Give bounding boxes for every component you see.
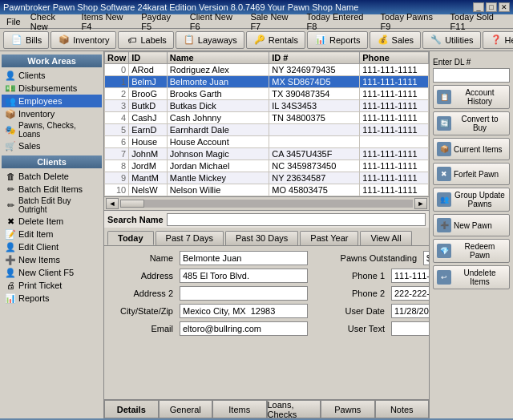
menu-today-pawns[interactable]: Today Pawns F9 xyxy=(376,11,446,32)
tab-past-year[interactable]: Past Year xyxy=(300,231,358,245)
sidebar-item-print-ticket[interactable]: 🖨 Print Ticket xyxy=(2,279,102,292)
sidebar-item-reports[interactable]: 📊 Reports xyxy=(2,292,102,305)
name-label: Name xyxy=(109,253,173,263)
table-row[interactable]: 5 EarnD Earnhardt Dale 111-111-1111 xyxy=(105,124,429,136)
account-history-button[interactable]: 📋 Account History xyxy=(433,85,510,109)
sidebar-item-sales[interactable]: 🛒 Sales xyxy=(2,139,102,152)
table-scroll[interactable]: Row ID Name ID # Phone 0 ARod Rodriguez … xyxy=(104,51,429,196)
utilities-button[interactable]: 🔧 Utilities xyxy=(422,31,480,49)
user-text-input[interactable] xyxy=(391,321,429,336)
cell-phone: 111-111-1111 xyxy=(360,184,429,196)
email-input[interactable] xyxy=(180,321,308,336)
menu-check-new[interactable]: Check New xyxy=(26,11,77,32)
cell-name: Rodriguez Alex xyxy=(167,64,269,76)
bottom-tab-details[interactable]: Details xyxy=(104,400,159,418)
name-input[interactable] xyxy=(180,251,308,265)
sidebar-item-edit-client[interactable]: 👤 Edit Client xyxy=(2,240,102,253)
sidebar-item-batch-edit-buy[interactable]: ✏ Batch Edit Buy Outright xyxy=(2,196,102,215)
scroll-left-btn[interactable]: ◄ xyxy=(106,198,119,209)
sidebar-item-delete-item[interactable]: ✖ Delete Item xyxy=(2,215,102,228)
layaways-button[interactable]: 📋 Layaways xyxy=(176,31,244,49)
table-row[interactable]: 2 BrooG Brooks Garth TX 390487354 111-11… xyxy=(105,88,429,100)
edit-item-icon: 📝 xyxy=(5,228,16,240)
sales-button[interactable]: 💰 Sales xyxy=(370,31,422,49)
cell-idnum: NC 3459873450 xyxy=(269,160,360,172)
scroll-track[interactable] xyxy=(120,200,413,208)
rentals-button[interactable]: 🔑 Rentals xyxy=(246,31,305,49)
bottom-tab-pawns[interactable]: Pawns xyxy=(321,400,375,418)
table-row[interactable]: 7 JohnM Johnson Magic CA 3457U435F 111-1… xyxy=(105,148,429,160)
cell-row-num: 9 xyxy=(105,172,129,184)
redeem-pawn-button[interactable]: 💎 Redeem Pawn xyxy=(433,239,510,263)
tab-today[interactable]: Today xyxy=(107,231,154,245)
reports-button[interactable]: 📊 Reports xyxy=(307,31,368,49)
labels-button[interactable]: 🏷 Labels xyxy=(118,31,173,49)
edit-client-icon: 👤 xyxy=(5,241,16,252)
table-row[interactable]: 6 House House Account xyxy=(105,136,429,148)
table-row[interactable]: 8 JordM Jordan Michael NC 3459873450 111… xyxy=(105,160,429,172)
forfeit-pawn-button[interactable]: ✖ Forfeit Pawn xyxy=(433,163,510,185)
search-bar: Search Name xyxy=(104,210,429,228)
undelete-items-button[interactable]: ↩ Undelete Items xyxy=(433,265,510,289)
table-row[interactable]: 3 ButkD Butkas Dick IL 34S3453 111-111-1… xyxy=(105,100,429,112)
pawns-outstanding-input[interactable] xyxy=(423,251,429,265)
sidebar-item-batch-delete[interactable]: 🗑 Batch Delete xyxy=(2,170,102,183)
cell-idnum: MX SD8674D5 xyxy=(269,76,360,88)
inventory-button[interactable]: 📦 Inventory xyxy=(50,31,116,49)
cell-id: NelsW xyxy=(129,184,168,196)
new-pawn-button[interactable]: ➕ New Pawn xyxy=(433,214,510,236)
user-text-row: User Text xyxy=(321,321,429,336)
sidebar-item-batch-edit-items[interactable]: ✏ Batch Edit Items xyxy=(2,183,102,196)
sidebar-item-disbursements[interactable]: 💵 Disbursements xyxy=(2,82,102,95)
bills-button[interactable]: 📄 Bills xyxy=(3,31,49,49)
help-button[interactable]: ❓ Help xyxy=(483,31,513,49)
inventory-icon: 📦 xyxy=(58,34,71,46)
phone2-input[interactable] xyxy=(391,286,429,301)
current-items-button[interactable]: 📦 Current Items xyxy=(433,138,510,160)
menu-today-sold[interactable]: Today Sold F11 xyxy=(446,11,511,32)
sidebar-item-clients[interactable]: 👤 Clients xyxy=(2,69,102,82)
table-row[interactable]: 0 ARod Rodriguez Alex NY 3246979435 111-… xyxy=(105,64,429,76)
table-row[interactable]: 4 CashJ Cash Johnny TN 34800375 111-111-… xyxy=(105,112,429,124)
cell-phone: 111-111-1111 xyxy=(360,172,429,184)
sidebar-item-pawns[interactable]: 🎭 Pawns, Checks, Loans xyxy=(2,120,102,139)
menu-items-new[interactable]: Items New F4 xyxy=(77,11,137,32)
dl-input[interactable] xyxy=(433,68,510,83)
tab-view-all[interactable]: View All xyxy=(360,231,411,245)
menu-today-entered[interactable]: Today Entered F8 xyxy=(301,11,375,32)
address-input[interactable] xyxy=(180,269,308,283)
tab-past30[interactable]: Past 30 Days xyxy=(225,231,298,245)
city-input[interactable] xyxy=(180,304,308,318)
scroll-right-btn[interactable]: ► xyxy=(414,198,427,209)
bottom-tab-general[interactable]: General xyxy=(159,400,213,418)
menu-payday[interactable]: Payday F5 xyxy=(136,11,185,32)
menu-client-new[interactable]: Client New F6 xyxy=(185,11,246,32)
user-date-input[interactable] xyxy=(391,304,429,318)
table-row[interactable]: 1 BelmJ Belmonte Juan MX SD8674D5 111-11… xyxy=(105,76,429,88)
sidebar: Work Areas 👤 Clients 💵 Disbursements 👥 E… xyxy=(0,51,104,418)
table-row[interactable]: 10 NelsW Nelson Willie MO 45803475 111-1… xyxy=(105,184,429,196)
bottom-tab-loans[interactable]: Loans, Checks xyxy=(267,400,321,418)
phone1-label: Phone 1 xyxy=(321,271,385,281)
bottom-tab-items[interactable]: Items xyxy=(212,400,267,418)
cell-phone xyxy=(360,136,429,148)
phone1-input[interactable] xyxy=(391,269,429,283)
group-update-pawns-button[interactable]: 👥 Group Update Pawns xyxy=(433,188,510,212)
address2-input[interactable] xyxy=(180,286,308,301)
sidebar-item-new-client[interactable]: 👤 New Client F5 xyxy=(2,266,102,279)
tab-bar: Today Past 7 Days Past 30 Days Past Year… xyxy=(104,228,429,246)
sidebar-item-new-items[interactable]: ➕ New Items xyxy=(2,253,102,266)
sidebar-item-inventory[interactable]: 📦 Inventory xyxy=(2,107,102,120)
convert-to-buy-button[interactable]: 🔄 Convert to Buy xyxy=(433,111,510,135)
menu-file[interactable]: File xyxy=(2,16,26,27)
table-row[interactable]: 9 MantM Mantle Mickey NY 23634587 111-11… xyxy=(105,172,429,184)
bottom-tab-notes[interactable]: Notes xyxy=(375,400,430,418)
city-row: City/State/Zip xyxy=(109,304,308,318)
menu-sale-new[interactable]: Sale New F7 xyxy=(245,11,301,32)
scroll-nav: ◄ ► xyxy=(104,196,429,210)
search-input[interactable] xyxy=(167,213,426,226)
sidebar-item-employees[interactable]: 👥 Employees xyxy=(2,95,102,107)
sidebar-item-edit-item[interactable]: 📝 Edit Item xyxy=(2,228,102,240)
tab-past7[interactable]: Past 7 Days xyxy=(156,231,224,245)
cell-row-num: 1 xyxy=(105,76,129,88)
